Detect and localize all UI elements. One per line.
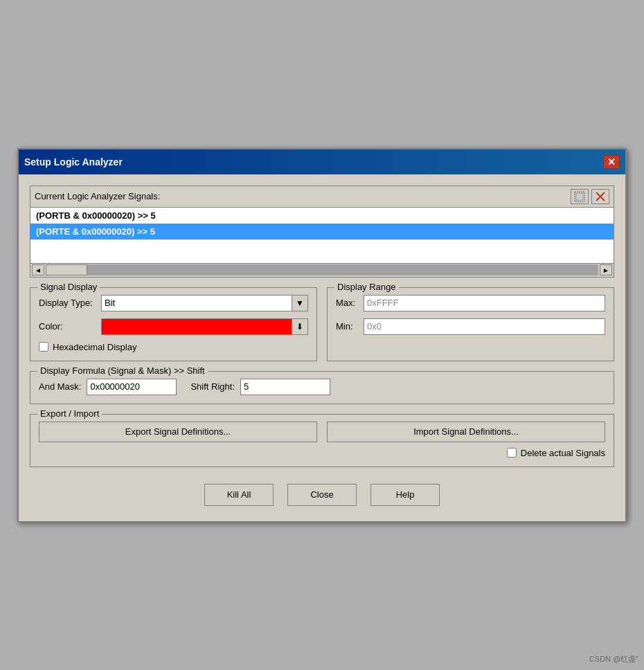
delete-signals-checkbox[interactable]: [507, 448, 517, 458]
dialog-window: Setup Logic Analyzer ✕ Current Logic Ana…: [17, 148, 627, 523]
watermark: CSDN @红盏": [589, 654, 638, 664]
display-range-fieldset: Display Range Max: Min:: [327, 287, 614, 361]
display-type-wrapper: Bit Integer Float ▼: [101, 295, 308, 311]
kill-all-button[interactable]: Kill All: [204, 484, 274, 506]
formula-row: And Mask: Shift Right:: [39, 379, 605, 395]
display-type-select[interactable]: Bit Integer Float: [101, 295, 292, 311]
display-type-arrow[interactable]: ▼: [292, 295, 308, 311]
min-input[interactable]: [364, 318, 605, 335]
export-button[interactable]: Export Signal Definitions...: [39, 422, 317, 442]
bottom-buttons: Kill All Close Help: [30, 477, 614, 510]
signals-scrollbar: ◄ ►: [30, 263, 614, 277]
scrollbar-track[interactable]: [46, 264, 598, 275]
svg-rect-1: [576, 193, 583, 200]
max-input[interactable]: [364, 295, 605, 311]
formula-legend: Display Formula (Signal & Mask) >> Shift: [37, 365, 208, 376]
help-button[interactable]: Help: [370, 484, 440, 506]
and-mask-group: And Mask:: [39, 379, 177, 395]
dialog-title: Setup Logic Analyzer: [24, 156, 123, 168]
import-button[interactable]: Import Signal Definitions...: [327, 422, 605, 442]
and-mask-label: And Mask:: [39, 381, 81, 392]
shift-right-label: Shift Right:: [190, 381, 235, 392]
signals-header: Current Logic Analyzer Signals:: [30, 186, 614, 208]
signals-section: Current Logic Analyzer Signals:: [30, 185, 614, 278]
signals-list: (PORTB & 0x00000020) >> 5 (PORTE & 0x000…: [30, 208, 614, 263]
color-row: Color: ⬇: [39, 318, 308, 335]
max-label: Max:: [336, 298, 364, 308]
and-mask-input[interactable]: [87, 379, 177, 395]
scrollbar-thumb[interactable]: [46, 264, 87, 275]
signal-display-fieldset: Signal Display Display Type: Bit Integer…: [30, 287, 317, 361]
shift-right-input[interactable]: [240, 379, 330, 395]
delete-row: Delete actual Signals: [39, 448, 605, 458]
color-wrapper: ⬇: [101, 318, 308, 335]
middle-row: Signal Display Display Type: Bit Integer…: [30, 287, 614, 361]
display-type-row: Display Type: Bit Integer Float ▼: [39, 295, 308, 311]
min-row: Min:: [336, 318, 605, 335]
export-legend: Export / Import: [37, 408, 102, 419]
signal-item-1[interactable]: (PORTE & 0x00000020) >> 5: [30, 224, 614, 239]
hex-display-row: Hexadecimal Display: [39, 342, 308, 352]
signals-toolbar: [571, 189, 609, 204]
min-label: Min:: [336, 321, 364, 332]
title-bar: Setup Logic Analyzer ✕: [19, 150, 625, 174]
signal-display-legend: Signal Display: [37, 282, 100, 292]
export-section: Export / Import Export Signal Definition…: [30, 414, 614, 467]
close-button[interactable]: ✕: [603, 155, 620, 169]
scrollbar-right-button[interactable]: ►: [600, 264, 612, 275]
delete-signals-label: Delete actual Signals: [521, 448, 605, 458]
color-arrow-button[interactable]: ⬇: [292, 318, 308, 335]
signals-delete-button[interactable]: [591, 189, 609, 204]
signal-item-0[interactable]: (PORTB & 0x00000020) >> 5: [30, 208, 614, 224]
scrollbar-left-button[interactable]: ◄: [32, 264, 44, 275]
color-label: Color:: [39, 321, 101, 332]
max-row: Max:: [336, 295, 605, 311]
color-swatch[interactable]: [101, 318, 292, 335]
export-import-row: Export Signal Definitions... Import Sign…: [39, 422, 605, 442]
hex-display-checkbox[interactable]: [39, 342, 48, 352]
formula-section: Display Formula (Signal & Mask) >> Shift…: [30, 371, 614, 404]
close-dialog-button[interactable]: Close: [287, 484, 357, 506]
shift-right-group: Shift Right:: [190, 379, 330, 395]
display-type-label: Display Type:: [39, 298, 101, 308]
signals-add-button[interactable]: [571, 189, 589, 204]
dialog-body: Current Logic Analyzer Signals:: [19, 174, 625, 521]
hex-display-label: Hexadecimal Display: [53, 342, 136, 352]
display-range-legend: Display Range: [334, 282, 399, 292]
signals-label: Current Logic Analyzer Signals:: [35, 191, 160, 201]
